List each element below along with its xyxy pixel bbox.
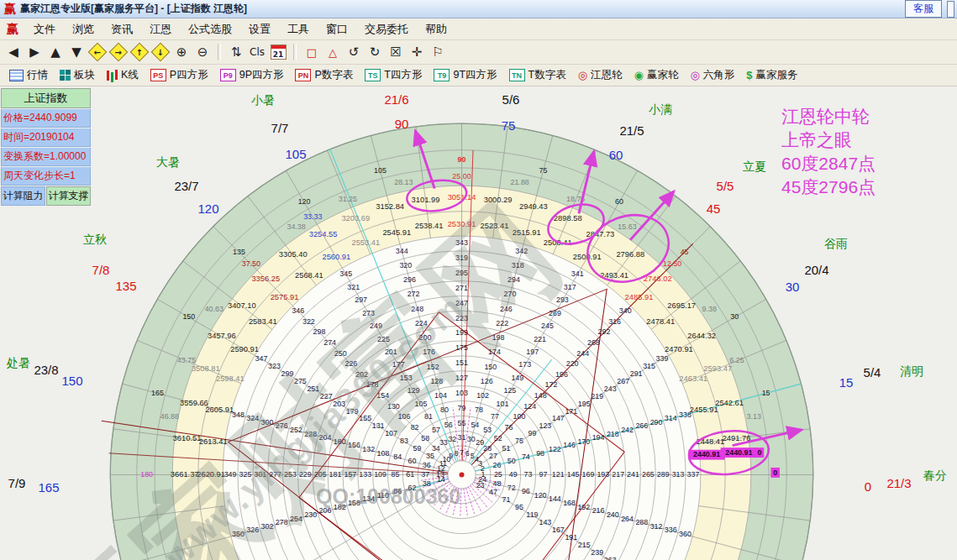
- rotate-ccw-icon[interactable]: ↺: [344, 43, 363, 61]
- svg-text:77: 77: [491, 412, 499, 421]
- tool-T四方形[interactable]: TST四方形: [359, 66, 428, 84]
- svg-text:265: 265: [642, 470, 655, 479]
- svg-text:2560.91: 2560.91: [322, 254, 350, 262]
- svg-text:3000.29: 3000.29: [484, 196, 513, 204]
- rotate-down-icon[interactable]: ▼: [67, 43, 86, 61]
- svg-text:103: 103: [455, 389, 468, 397]
- svg-text:49: 49: [509, 470, 518, 479]
- svg-text:195: 195: [578, 400, 591, 408]
- tool-行情[interactable]: 行情: [3, 66, 54, 84]
- fit-tool-icon[interactable]: ✛: [408, 43, 426, 61]
- svg-text:197: 197: [526, 348, 539, 356]
- svg-text:51: 51: [502, 444, 511, 453]
- xbox-tool-icon[interactable]: ☒: [386, 43, 405, 61]
- svg-text:72: 72: [507, 484, 516, 492]
- round-icon: ◎: [578, 70, 587, 81]
- TN-icon: TN: [509, 69, 525, 81]
- svg-text:37.50: 37.50: [242, 259, 260, 268]
- svg-text:222: 222: [496, 319, 508, 327]
- tool-label: T数字表: [528, 68, 566, 82]
- svg-text:270: 270: [504, 290, 517, 298]
- wheel-outer-label: 21/6: [384, 92, 408, 107]
- svg-text:31: 31: [458, 433, 466, 442]
- customer-service-button[interactable]: 客服: [905, 0, 942, 18]
- button-计算支撑[interactable]: 计算支撑: [46, 186, 91, 206]
- pan-left-icon[interactable]: ←: [88, 43, 107, 61]
- tool-板块[interactable]: 板块: [54, 66, 101, 84]
- wheel-outer-label: 5/5: [717, 179, 734, 193]
- pan-right-icon[interactable]: →: [109, 43, 128, 61]
- svg-text:230: 230: [304, 510, 317, 519]
- menu-item-2[interactable]: 资讯: [103, 19, 141, 39]
- svg-text:98: 98: [536, 449, 544, 458]
- quote-panel: 上证指数 价格=2440.9099时间=20190104变换系数=1.00000…: [1, 88, 91, 206]
- nav-forward-icon[interactable]: ▶: [25, 43, 44, 61]
- tool-9T四方形[interactable]: T99T四方形: [428, 66, 502, 84]
- nav-back-icon[interactable]: ◀: [4, 43, 23, 61]
- menu-item-9[interactable]: 帮助: [417, 19, 455, 39]
- triangle-tool-icon[interactable]: △: [323, 43, 342, 61]
- svg-text:219: 219: [591, 392, 603, 400]
- svg-text:360: 360: [679, 530, 691, 538]
- button-计算阻力[interactable]: 计算阻力: [1, 186, 45, 206]
- svg-text:318: 318: [512, 261, 524, 270]
- tool-赢家轮[interactable]: ◉赢家轮: [628, 66, 685, 84]
- svg-text:337: 337: [687, 470, 700, 479]
- svg-text:201: 201: [385, 348, 397, 356]
- svg-text:192: 192: [577, 503, 590, 511]
- flag-tool-icon[interactable]: ⚐: [429, 43, 447, 61]
- svg-text:123: 123: [539, 421, 551, 430]
- menu-item-5[interactable]: 设置: [240, 19, 279, 39]
- updown-icon[interactable]: ⇅: [227, 43, 245, 61]
- tool-K线[interactable]: K线: [101, 66, 145, 84]
- svg-text:277: 277: [269, 470, 281, 479]
- wheel-outer-label: 150: [61, 374, 82, 388]
- menu-item-3[interactable]: 江恩: [141, 19, 180, 39]
- tool-T数字表[interactable]: TNT数字表: [503, 66, 572, 84]
- menu-logo-icon: 赢: [2, 22, 25, 37]
- svg-text:0: 0: [758, 448, 762, 457]
- tool-label: 行情: [27, 68, 48, 82]
- pan-up-icon[interactable]: ↑: [130, 43, 149, 61]
- square-tool-icon[interactable]: □: [302, 43, 321, 61]
- svg-text:158: 158: [348, 499, 360, 507]
- svg-text:342: 342: [515, 247, 528, 255]
- rotate-cw-icon[interactable]: ↻: [365, 43, 384, 61]
- svg-text:5: 5: [471, 452, 475, 460]
- menu-item-0[interactable]: 文件: [25, 19, 64, 39]
- pan-down-icon[interactable]: ↓: [151, 43, 170, 61]
- symbol-name: 上证指数: [1, 88, 91, 108]
- svg-text:349: 349: [224, 470, 237, 479]
- svg-text:48: 48: [492, 479, 501, 488]
- zoom-out-icon[interactable]: ⊖: [193, 43, 212, 61]
- tool-江恩轮[interactable]: ◎江恩轮: [572, 66, 628, 84]
- zoom-in-icon[interactable]: ⊕: [172, 43, 191, 61]
- tool-P数字表[interactable]: PNP数字表: [289, 66, 359, 84]
- menu-item-8[interactable]: 交易委托: [356, 19, 417, 39]
- rotate-up-icon[interactable]: ▲: [46, 43, 65, 61]
- svg-text:250: 250: [334, 349, 347, 358]
- menu-item-1[interactable]: 浏览: [64, 19, 103, 39]
- tool-P四方形[interactable]: PSP四方形: [145, 66, 214, 84]
- calendar-icon[interactable]: 21: [269, 43, 287, 61]
- svg-text:126: 126: [481, 377, 493, 385]
- tool-9P四方形[interactable]: P99P四方形: [214, 66, 290, 84]
- menu-item-7[interactable]: 窗口: [318, 19, 356, 39]
- svg-text:324: 324: [246, 414, 259, 422]
- wheel-outer-label: 5/4: [864, 365, 881, 379]
- tool-六角形[interactable]: ◎六角形: [684, 66, 740, 84]
- svg-text:321: 321: [347, 283, 360, 291]
- menu-bar: 赢 文件浏览资讯江恩公式选股设置工具窗口交易委托帮助: [0, 18, 957, 40]
- svg-text:108: 108: [376, 449, 389, 458]
- svg-text:313: 313: [672, 470, 685, 479]
- svg-text:224: 224: [415, 319, 428, 327]
- svg-text:61: 61: [406, 470, 414, 479]
- cls-button[interactable]: Cls: [248, 43, 266, 61]
- svg-text:296: 296: [403, 275, 416, 284]
- tool-赢家服务[interactable]: $赢家服务: [740, 66, 803, 84]
- svg-text:241: 241: [627, 470, 639, 479]
- menu-item-6[interactable]: 工具: [279, 19, 318, 39]
- svg-text:75: 75: [515, 437, 523, 445]
- edge-partial-button[interactable]: [947, 1, 954, 18]
- menu-item-4[interactable]: 公式选股: [180, 19, 240, 39]
